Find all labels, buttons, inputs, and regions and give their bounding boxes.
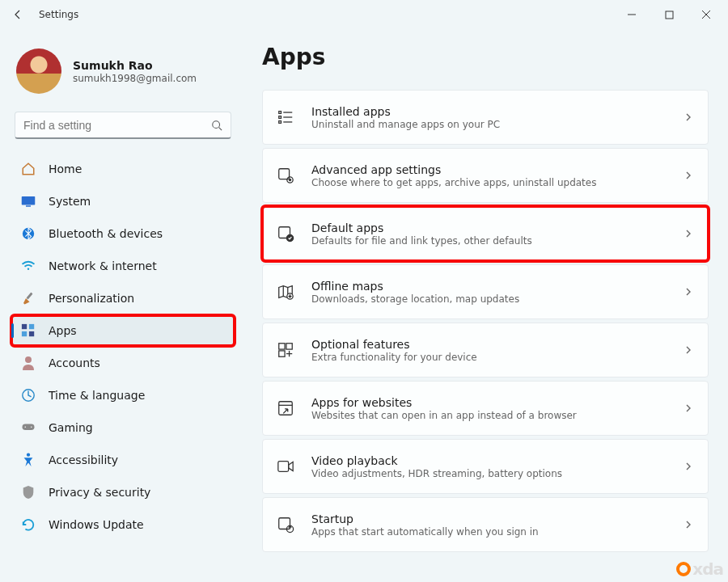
card-video-playback[interactable]: Video playback Video adjustments, HDR st… [262, 439, 709, 494]
sidebar-item-network[interactable]: Network & internet [11, 251, 235, 281]
system-icon [21, 194, 36, 209]
sidebar-item-windows-update[interactable]: Windows Update [11, 509, 235, 540]
update-icon [21, 517, 36, 532]
svg-point-18 [25, 427, 27, 428]
chevron-right-icon [684, 520, 693, 529]
card-startup[interactable]: Startup Apps that start automatically wh… [262, 497, 709, 552]
card-offline-maps[interactable]: Offline maps Downloads, storage location… [262, 264, 709, 319]
card-title: Video playback [311, 454, 667, 467]
card-body: Default apps Defaults for file and link … [311, 221, 667, 247]
card-title: Advanced app settings [311, 163, 667, 176]
svg-rect-1 [666, 11, 673, 19]
bluetooth-icon [21, 226, 36, 241]
minimize-button[interactable] [613, 0, 650, 29]
sidebar-item-label: Privacy & security [49, 486, 150, 499]
card-body: Offline maps Downloads, storage location… [311, 280, 667, 305]
sidebar-item-system[interactable]: System [11, 186, 235, 217]
person-icon [21, 356, 36, 370]
shield-icon [21, 485, 36, 500]
sidebar-item-accessibility[interactable]: Accessibility [11, 445, 235, 475]
svg-point-15 [25, 356, 32, 363]
svg-rect-21 [279, 112, 281, 114]
map-icon [276, 282, 295, 302]
profile[interactable]: Sumukh Rao sumukh1998@gmail.com [11, 39, 235, 108]
page-title: Apps [262, 44, 709, 70]
website-app-icon [276, 399, 295, 418]
svg-rect-12 [29, 324, 34, 329]
card-default-apps[interactable]: Default apps Defaults for file and link … [262, 206, 709, 261]
card-body: Advanced app settings Choose where to ge… [311, 163, 667, 188]
profile-text: Sumukh Rao sumukh1998@gmail.com [73, 59, 197, 84]
sidebar-item-label: Bluetooth & devices [49, 227, 163, 240]
svg-point-29 [289, 179, 290, 180]
titlebar: Settings [0, 0, 728, 29]
profile-name: Sumukh Rao [73, 59, 197, 72]
svg-rect-34 [286, 344, 292, 349]
paintbrush-icon [21, 291, 36, 306]
maximize-icon [665, 11, 674, 19]
svg-point-9 [28, 268, 29, 270]
svg-rect-17 [23, 424, 35, 431]
card-body: Optional features Extra functionality fo… [311, 338, 667, 363]
card-title: Installed apps [311, 105, 667, 118]
card-body: Startup Apps that start automatically wh… [311, 512, 667, 538]
chevron-right-icon [684, 287, 693, 297]
search-input[interactable] [23, 119, 211, 132]
sidebar-item-label: Apps [49, 324, 77, 337]
window-controls [613, 0, 725, 29]
svg-rect-23 [279, 116, 281, 119]
card-list: Installed apps Uninstall and manage apps… [262, 90, 709, 552]
chevron-right-icon [684, 171, 693, 180]
sidebar-item-label: Personalization [49, 292, 134, 305]
card-subtitle: Uninstall and manage apps on your PC [311, 119, 667, 130]
add-feature-icon [276, 340, 295, 360]
sidebar-item-personalization[interactable]: Personalization [11, 283, 235, 314]
sidebar-item-label: Home [49, 162, 82, 175]
card-advanced-app-settings[interactable]: Advanced app settings Choose where to ge… [262, 148, 709, 203]
maximize-button[interactable] [650, 0, 688, 29]
sidebar-item-label: System [49, 195, 91, 208]
nav-list: Home System Bluetooth & devices Network … [11, 154, 235, 540]
card-subtitle: Defaults for file and link types, other … [311, 235, 667, 247]
clock-globe-icon [21, 388, 36, 403]
search-box[interactable] [15, 112, 231, 139]
svg-rect-10 [26, 293, 32, 300]
card-optional-features[interactable]: Optional features Extra functionality fo… [262, 323, 709, 377]
close-button[interactable] [688, 0, 725, 29]
back-button[interactable] [3, 0, 32, 29]
default-app-icon [276, 224, 295, 243]
chevron-right-icon [684, 345, 693, 355]
card-subtitle: Apps that start automatically when you s… [311, 526, 667, 538]
search-icon [211, 120, 222, 131]
sidebar-item-label: Accessibility [49, 453, 118, 466]
sidebar-item-home[interactable]: Home [11, 154, 235, 184]
sidebar-item-apps[interactable]: Apps [11, 315, 235, 346]
window-title: Settings [39, 9, 78, 20]
card-subtitle: Downloads, storage location, map updates [311, 293, 667, 305]
card-subtitle: Video adjustments, HDR streaming, batter… [311, 468, 667, 479]
startup-icon [276, 515, 295, 534]
video-icon [276, 457, 295, 476]
sidebar-item-gaming[interactable]: Gaming [11, 412, 235, 443]
minimize-icon [627, 10, 637, 19]
profile-email: sumukh1998@gmail.com [73, 73, 197, 84]
sidebar-item-label: Gaming [49, 421, 93, 434]
card-title: Startup [311, 512, 667, 525]
sidebar-item-accounts[interactable]: Accounts [11, 348, 235, 378]
card-installed-apps[interactable]: Installed apps Uninstall and manage apps… [262, 90, 709, 145]
list-icon [276, 108, 295, 127]
chevron-right-icon [684, 229, 693, 238]
chevron-right-icon [684, 112, 693, 122]
apps-icon [21, 323, 36, 338]
svg-rect-13 [22, 331, 27, 336]
gamepad-icon [21, 420, 36, 435]
svg-rect-11 [22, 324, 27, 329]
card-title: Optional features [311, 338, 667, 351]
card-apps-for-websites[interactable]: Apps for websites Websites that can open… [262, 381, 709, 436]
sidebar-item-bluetooth[interactable]: Bluetooth & devices [11, 218, 235, 249]
svg-line-5 [219, 127, 222, 130]
avatar [16, 48, 61, 94]
sidebar-item-time-language[interactable]: Time & language [11, 380, 235, 411]
svg-point-19 [31, 427, 32, 428]
sidebar-item-privacy[interactable]: Privacy & security [11, 477, 235, 508]
